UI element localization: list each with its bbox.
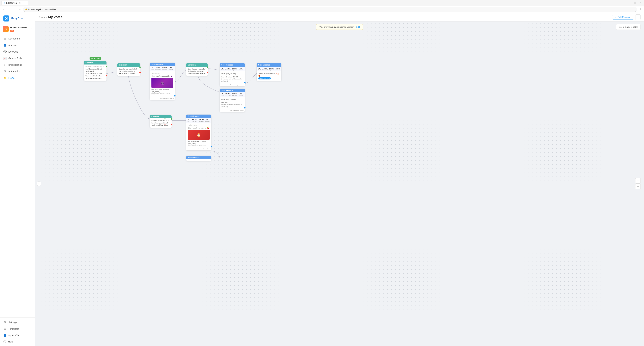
close-button[interactable]: ✕ — [638, 1, 643, 5]
no-connector — [106, 75, 107, 76]
topbar: Flows › My votes ✏ Edit Message ⋮ — [35, 13, 644, 22]
send-message2-node[interactable]: Send Message 4 Sent 75.0% Delivered 100.… — [220, 63, 245, 86]
broadcasting-icon: ▷ — [3, 63, 6, 66]
node-stats-sm3: 22 Sent 77.3% Delivered 100.0% Opened 70… — [256, 67, 282, 71]
sidebar-item-label: Automation — [8, 70, 20, 73]
node-header-sm6: Send Message — [186, 156, 211, 159]
node-body-condition4: Does the user match all of the following… — [150, 118, 172, 128]
send-message6-node[interactable]: Send Message — [186, 156, 211, 161]
workspace-selector[interactable]: PB Product Bundle Giveaway Funnel... PRO… — [0, 24, 35, 34]
browser-chrome: ✦ Edit Content ✕ ─ ⬜ ✕ — [0, 0, 644, 6]
condition3-node[interactable]: Condition Does the user match all of the… — [186, 63, 208, 76]
no-connector — [207, 72, 208, 73]
node-header-condition2: Condition — [118, 63, 140, 67]
starting-step-label: Starting Step — [90, 57, 101, 60]
sidebar-item-audience[interactable]: 👤 Audience — [0, 42, 35, 48]
navigation-bar: ‹ › ↻ ⌂ 🔒 https://manychat.com/cms/files… — [0, 6, 644, 13]
menu-button-node: Menu: CTR 24% — [258, 77, 271, 79]
sidebar-item-dashboard[interactable]: ⊞ Dashboard — [0, 35, 35, 42]
sidebar-item-growth-tools[interactable]: 📈 Growth Tools — [0, 55, 35, 62]
published-notice-text: You are viewing a published version — [319, 26, 354, 28]
growth-tools-icon: 📈 — [3, 57, 6, 60]
sidebar-toggle-button[interactable]: › — [36, 182, 41, 186]
maximize-button[interactable]: ⬜ — [632, 1, 637, 5]
sidebar: ManyChat PB Product Bundle Giveaway Funn… — [0, 13, 35, 346]
logo-text: ManyChat — [11, 17, 24, 20]
address-bar[interactable]: 🔒 https://manychat.com/cms/files/ — [23, 7, 637, 12]
breadcrumb: Flows › My votes — [38, 15, 62, 19]
settings-icon: ⚙ — [3, 321, 6, 324]
topbar-actions: ✏ Edit Message ⋮ — [612, 15, 641, 20]
forward-button[interactable]: › — [7, 7, 12, 12]
tab-close-button[interactable]: ✕ — [19, 2, 21, 4]
sidebar-item-help[interactable]: ? Help — [0, 338, 35, 345]
node-body-sm2: email: {{cuf_232719}} total votes: {{cuf… — [220, 71, 245, 83]
no-connector — [171, 124, 172, 125]
edit-message-button[interactable]: ✏ Edit Message — [612, 15, 634, 20]
browser-menu-button[interactable]: ⋮ — [638, 7, 643, 12]
sidebar-item-my-profile[interactable]: 👤 My Profile — [0, 332, 35, 338]
workspace-info: Product Bundle Giveaway Funnel... PRO — [10, 26, 30, 32]
condition2-node[interactable]: Condition Does the user match all of the… — [118, 63, 140, 76]
sidebar-item-label: Templates — [8, 327, 19, 330]
automation-icon: ⚙ — [3, 70, 6, 73]
continue-connector — [244, 107, 246, 108]
published-notice: You are viewing a published version Edit — [316, 24, 363, 30]
sidebar-item-label: Audience — [8, 44, 18, 47]
sidebar-item-broadcasting[interactable]: ▷ Broadcasting — [0, 62, 35, 68]
more-options-button[interactable]: ⋮ — [635, 15, 641, 20]
address-text: https://manychat.com/cms/files/ — [28, 8, 56, 11]
audience-icon: 👤 — [3, 44, 6, 47]
browser-tab[interactable]: ✦ Edit Content ✕ — [1, 1, 28, 5]
send-message4-node[interactable]: Send Message 1 Sent 100.0% Delivered 100… — [220, 89, 245, 112]
flows-icon: 📁 — [3, 76, 6, 79]
tab-title: Edit Content — [6, 2, 17, 4]
back-button[interactable]: ‹ — [1, 7, 6, 12]
sidebar-item-automation[interactable]: ⚙ Automation — [0, 68, 35, 75]
zoom-in-button[interactable]: + — [635, 178, 641, 184]
send-message3-node[interactable]: Send Message 22 Sent 77.3% Delivered 100… — [256, 63, 282, 81]
node-header-sm1: Send Message — [150, 63, 175, 66]
node-body-sm1: Typing 3 sec. {{first_name}}, you voted … — [150, 71, 175, 97]
send-message1-node[interactable]: Send Message 7 Sent 57.1% Delivered 100.… — [150, 63, 175, 100]
edit-message-icon: ✏ — [615, 16, 617, 18]
dashboard-icon: ⊞ — [3, 37, 6, 40]
chevron-down-icon: ▾ — [31, 28, 32, 30]
lock-icon: 🔒 — [25, 8, 27, 11]
minimize-button[interactable]: ─ — [627, 1, 632, 5]
page-title: My votes — [48, 15, 62, 19]
sidebar-item-live-chat[interactable]: 💬 Live Chat — [0, 48, 35, 55]
node-body-condition1: Does the user match any of the following… — [84, 65, 106, 81]
send-message5-node[interactable]: Send Message 9 Sent 66.7% Delivered 100.… — [186, 115, 211, 150]
node-header-condition3: Condition — [186, 63, 208, 67]
main-content: Flows › My votes ✏ Edit Message ⋮ You ar… — [35, 13, 644, 346]
zoom-out-button[interactable]: − — [635, 184, 641, 189]
edit-published-link[interactable]: Edit — [356, 26, 360, 28]
logo-icon — [3, 16, 10, 22]
sidebar-bottom: ⚙ Settings ☰ Templates 👤 My Profile ? He… — [0, 317, 35, 346]
sidebar-item-templates[interactable]: ☰ Templates — [0, 325, 35, 332]
home-button[interactable]: ⌂ — [18, 7, 22, 12]
node-header-sm5: Send Message — [186, 115, 211, 118]
breadcrumb-flows-link[interactable]: Flows — [38, 16, 45, 19]
node-body-sm3: Thanks for being with us! 🎉🎊🎁 Menu: CTR … — [256, 71, 282, 81]
flow-canvas-area[interactable]: You are viewing a published version Edit… — [35, 22, 644, 346]
sidebar-item-label: Live Chat — [8, 50, 18, 53]
sidebar-item-settings[interactable]: ⚙ Settings — [0, 319, 35, 325]
node-header-sm3: Send Message — [256, 63, 282, 67]
node-body-sm4: email: {{cuf_232719}} total votes: 0 (yo… — [220, 97, 245, 109]
continue-connector — [244, 82, 246, 83]
sidebar-item-label: Help — [8, 340, 13, 343]
node-header-sm2: Send Message — [220, 63, 245, 67]
condition4-node[interactable]: Condition Does the user match all of the… — [150, 115, 172, 128]
node-header-sm4: Send Message — [220, 89, 245, 92]
reload-button[interactable]: ↻ — [12, 7, 17, 12]
node-body-condition3: Does the user match all of the following… — [186, 67, 208, 76]
node-footer-sm1: Automatically continue — [150, 97, 175, 100]
starting-step-node[interactable]: Starting Step Condition Does the user ma… — [84, 61, 106, 81]
sidebar-item-flows[interactable]: 📁 Flows — [0, 75, 35, 81]
app-layout: ManyChat PB Product Bundle Giveaway Funn… — [0, 13, 644, 346]
sidebar-item-label: Flows — [8, 77, 14, 79]
window-controls: ─ ⬜ ✕ — [627, 1, 643, 5]
basic-builder-button[interactable]: Go To Basic Builder — [616, 24, 641, 30]
